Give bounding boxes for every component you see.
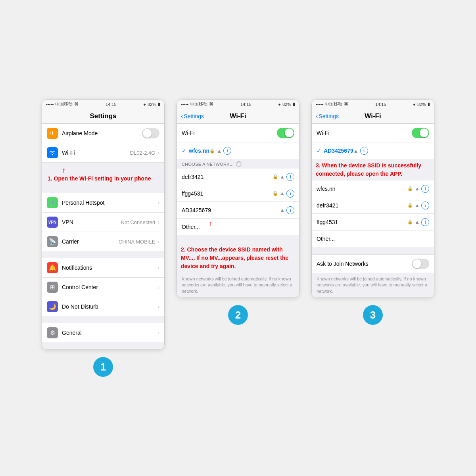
- nav-bar-2: ‹ Settings Wi-Fi: [177, 109, 299, 124]
- airplane-toggle[interactable]: [142, 128, 159, 138]
- wifi-arrow-annotation: ↑: [62, 167, 65, 174]
- network-row-other-3[interactable]: Other...: [312, 230, 434, 247]
- info-btn-ffgg-3[interactable]: i: [421, 218, 429, 226]
- network-name-wfcs-3: wfcs.nn: [317, 186, 407, 192]
- status-left-3: ••••• 中国移动 ⌘: [316, 101, 348, 107]
- status-bar-3: ••••• 中国移动 ⌘ 14:15 ● 82% ▮: [312, 100, 434, 109]
- vpn-chevron: ›: [157, 219, 159, 225]
- wifi-toggle-label-2: Wi-Fi: [182, 130, 277, 136]
- lock-icon-connected-2: 🔒: [209, 148, 215, 154]
- ask-networks-toggle-3[interactable]: [412, 259, 429, 269]
- dnd-chevron: ›: [157, 303, 159, 310]
- battery-dot-2: ●: [278, 102, 281, 107]
- info-btn-connected-2[interactable]: i: [223, 147, 231, 155]
- dnd-label: Do Not Disturb: [62, 303, 157, 310]
- wifi-toggle-label-3: Wi-Fi: [317, 130, 412, 136]
- dnd-icon: 🌙: [47, 301, 58, 312]
- info-btn-connected-3[interactable]: i: [360, 147, 368, 155]
- instruction-1: 1. Open the Wi-Fi setting in your phone: [48, 175, 159, 183]
- step-badge-2: 2: [228, 305, 248, 325]
- wifi-icon-1: ⌘: [74, 102, 79, 107]
- hotspot-label: Personal Hotspot: [62, 200, 157, 206]
- network-row-wfcs-3[interactable]: wfcs.nn 🔒 ▲ i: [312, 180, 434, 197]
- info-btn-ffgg4531[interactable]: i: [286, 190, 294, 198]
- status-left-2: ••••• 中国移动 ⌘: [181, 101, 213, 107]
- airplane-label: Airplane Mode: [62, 130, 142, 136]
- control-center-icon: ⊞: [47, 282, 58, 293]
- nav-bar-3: ‹ Settings Wi-Fi: [312, 109, 434, 124]
- instruction-2: 2. Choose the device SSID named with MV.…: [181, 246, 295, 271]
- signal-defr3421: ▲: [280, 174, 285, 180]
- network-name-ad3425679: AD3425679: [182, 207, 280, 213]
- instruction-1-wrapper: 1. Open the Wi-Fi setting in your phone: [42, 163, 164, 186]
- wifi-connected-row-3[interactable]: ✓ AD3425679 ▲ i: [312, 142, 434, 159]
- network-row-defr3421[interactable]: defr3421 🔒 ▲ i: [177, 169, 299, 185]
- nav-title-2: Wi-Fi: [230, 112, 246, 120]
- nav-back-2[interactable]: ‹ Settings: [181, 113, 204, 120]
- network-list-3: wfcs.nn 🔒 ▲ i defr3421 🔒 ▲: [312, 180, 434, 247]
- signal-ffgg4531: ▲: [280, 190, 285, 196]
- row-hotspot[interactable]: 🔗 Personal Hotspot ›: [42, 193, 164, 213]
- network-row-defr-3[interactable]: defr3421 🔒 ▲ i: [312, 197, 434, 214]
- wifi-connected-row-2[interactable]: ✓ wfcs.nn 🔒 ▲ i: [177, 142, 299, 159]
- row-do-not-disturb[interactable]: 🌙 Do Not Disturb ›: [42, 297, 164, 316]
- row-carrier[interactable]: 📡 Carrier CHINA MOBILE ›: [42, 232, 164, 251]
- control-center-label: Control Center: [62, 284, 157, 290]
- lock-wfcs-3: 🔒: [407, 186, 413, 191]
- carrier-value: CHINA MOBILE: [119, 239, 155, 245]
- battery-dot-1: ●: [143, 102, 146, 107]
- wifi-toggle-2[interactable]: [277, 128, 294, 138]
- signal-connected-3: ▲: [353, 148, 359, 154]
- network-row-other-2[interactable]: Other...: [177, 219, 299, 235]
- spacer-3a: [312, 247, 434, 254]
- other-label-3: Other...: [317, 236, 429, 242]
- ask-networks-row-3[interactable]: Ask to Join Networks: [312, 254, 434, 273]
- phone-3: ••••• 中国移动 ⌘ 14:15 ● 82% ▮ ‹ Settin: [311, 99, 434, 298]
- nav-back-3[interactable]: ‹ Settings: [316, 113, 339, 120]
- time-2: 14:15: [240, 102, 251, 107]
- signal-ffgg-3: ▲: [415, 219, 420, 225]
- battery-2: 82%: [282, 102, 291, 107]
- carrier-1: 中国移动: [55, 101, 73, 107]
- network-name-ffgg4531: ffgg4531: [182, 190, 273, 197]
- row-airplane[interactable]: ✈ Airplane Mode: [42, 124, 164, 143]
- back-chevron-3: ‹: [316, 113, 318, 120]
- lock-defr-3: 🔒: [407, 203, 413, 208]
- other-label-2: Other...: [182, 224, 294, 230]
- carrier-chevron: ›: [157, 238, 159, 245]
- nav-title-3: Wi-Fi: [365, 112, 381, 120]
- info-btn-defr-3[interactable]: i: [421, 202, 429, 209]
- info-btn-wfcs-3[interactable]: i: [421, 185, 429, 193]
- signal-dots-1: •••••: [46, 102, 54, 107]
- wifi-toggle-3[interactable]: [412, 128, 429, 138]
- spacer-1c: [42, 316, 164, 323]
- wifi-toggle-row-2[interactable]: Wi-Fi: [177, 124, 299, 142]
- content-2: Wi-Fi ✓ wfcs.nn 🔒 ▲ i: [177, 124, 299, 298]
- lock-ffgg-3: 🔒: [407, 219, 413, 225]
- wifi-chevron: ›: [157, 150, 159, 156]
- wifi-icon-status-2: ⌘: [209, 102, 213, 107]
- wifi-toggle-row-3[interactable]: Wi-Fi: [312, 124, 434, 142]
- battery-1: 82%: [148, 102, 156, 107]
- signal-wfcs-3: ▲: [415, 186, 420, 192]
- network-row-ffgg-3[interactable]: ffgg4531 🔒 ▲ i: [312, 214, 434, 230]
- wifi-toggle-section-2: Wi-Fi ✓ wfcs.nn 🔒 ▲ i: [177, 124, 299, 159]
- row-control-center[interactable]: ⊞ Control Center ›: [42, 278, 164, 297]
- wifi-value: DL02-2.4G: [130, 150, 155, 156]
- vpn-value: Not Connected: [121, 219, 155, 225]
- info-btn-ad3425679[interactable]: i: [286, 206, 294, 214]
- status-bar-1: ••••• 中国移动 ⌘ 14:15 ● 82% ▮: [42, 100, 164, 109]
- row-general[interactable]: ⚙ General ›: [42, 323, 164, 342]
- connected-row-3-wrapper: ✓ AD3425679 ▲ i: [312, 142, 434, 159]
- signal-dots-2: •••••: [181, 102, 188, 107]
- network-row-ad3425679[interactable]: AD3425679 ▲ i: [177, 202, 299, 219]
- row-vpn[interactable]: VPN VPN Not Connected ›: [42, 213, 164, 232]
- row-wifi[interactable]: Wi-Fi DL02-2.4G ›: [42, 143, 164, 163]
- network-row-ffgg4531[interactable]: ffgg4531 🔒 ▲ i: [177, 185, 299, 202]
- info-btn-defr3421[interactable]: i: [286, 173, 294, 181]
- network-name-ffgg-3: ffgg4531: [317, 219, 407, 225]
- content-1: ✈ Airplane Mode: [42, 124, 164, 349]
- ask-networks-label-3: Ask to Join Networks: [317, 261, 412, 267]
- spacer-1b: [42, 251, 164, 258]
- row-notifications[interactable]: 🔔 Notifications ›: [42, 258, 164, 278]
